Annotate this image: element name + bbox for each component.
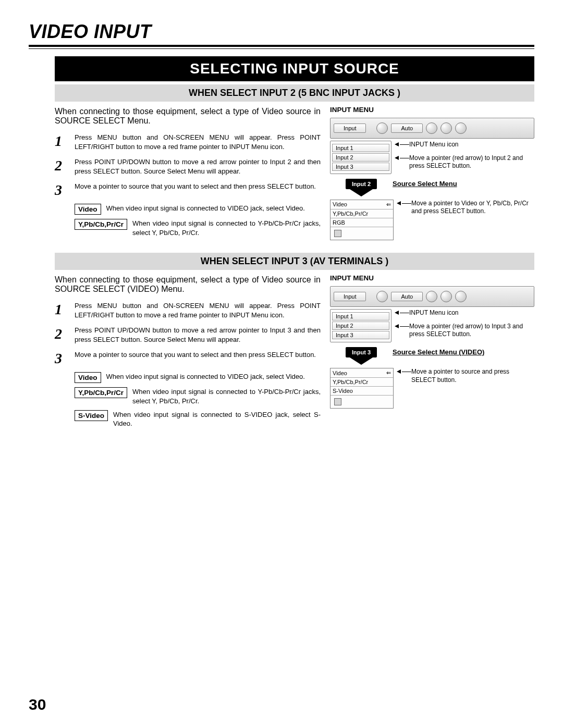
- input-menu-heading: INPUT MENU: [330, 106, 534, 114]
- rule-thick: [29, 45, 534, 47]
- pointer-icon: ⇐: [386, 201, 391, 208]
- option-text: When video input signal is connected to …: [132, 387, 321, 405]
- source-select-heading: Source Select Menu (VIDEO): [393, 348, 534, 356]
- menubar-auto-button: Auto: [391, 292, 423, 301]
- arrow-down-icon: Input 3: [346, 347, 377, 365]
- source-item: S-Video: [333, 388, 353, 394]
- pointer-icon: ⇐: [386, 369, 391, 376]
- step-number: 2: [55, 157, 75, 173]
- annotation-text: Move a pointer to Video or Y, Pb/Cb, Pr/…: [411, 200, 534, 216]
- close-icon: [334, 230, 341, 237]
- step-number: 2: [55, 326, 75, 341]
- intro-text: When connecting to those equipment, sele…: [55, 107, 321, 126]
- menubar-icon: [426, 291, 437, 302]
- source-select-menu: Video⇐ Y,Pb/Cb,Pr/Cr S-Video: [330, 368, 394, 409]
- step-number: 1: [55, 133, 75, 149]
- option-label-ypbcb: Y,Pb/Cb,Pr/Cr: [75, 387, 127, 398]
- dropdown-item: Input 2: [332, 322, 389, 330]
- input-dropdown: Input 1 Input 2 Input 3: [330, 141, 391, 174]
- page-number: 30: [29, 696, 46, 713]
- option-text: When video input signal is connected to …: [132, 219, 321, 237]
- menubar-icon: [426, 122, 437, 134]
- source-item: Video: [333, 201, 347, 207]
- source-select-heading: Source Select Menu: [393, 180, 534, 188]
- input-dropdown: Input 1 Input 2 Input 3: [330, 309, 391, 342]
- menubar-auto-button: Auto: [391, 124, 423, 133]
- subhead-input2: WHEN SELECT INPUT 2 (5 BNC INPUT JACKS ): [55, 84, 534, 102]
- arrow-left-icon: [395, 324, 399, 328]
- step-text: Press POINT UP/DOWN button to move a red…: [75, 157, 321, 176]
- chapter-title: VIDEO INPUT: [29, 21, 534, 43]
- option-label-ypbcb: Y,Pb/Cb,Pr/Cr: [75, 219, 127, 230]
- arrow-label: Input 3: [346, 347, 377, 357]
- source-item: RGB: [333, 219, 345, 226]
- step-text: Move a pointer to source that you want t…: [75, 350, 321, 360]
- menubar-icon: [440, 122, 452, 134]
- intro-text: When connecting to those equipment, sele…: [55, 275, 321, 294]
- annotation-text: INPUT Menu icon: [409, 141, 534, 149]
- step-number: 1: [55, 301, 75, 317]
- arrow-left-icon: [397, 201, 401, 205]
- step-text: Move a pointer to source that you want t…: [75, 182, 321, 191]
- annotation-text: Move a pointer (red arrow) to Input 3 an…: [409, 323, 534, 339]
- step-text: Press POINT UP/DOWN button to move a red…: [75, 326, 321, 344]
- option-text: When video input signal is connected to …: [106, 372, 321, 381]
- step-text: Press MENU button and ON-SCREEN MENU wil…: [75, 301, 321, 319]
- option-label-video: Video: [75, 372, 101, 383]
- menubar-icon: [440, 291, 452, 302]
- step-number: 3: [55, 350, 75, 366]
- annotation-text: INPUT Menu icon: [409, 309, 534, 317]
- close-icon: [334, 398, 341, 405]
- input-menu-heading: INPUT MENU: [330, 274, 534, 282]
- arrow-left-icon: [397, 369, 401, 374]
- arrow-label: Input 2: [346, 179, 377, 189]
- dropdown-item: Input 2: [332, 153, 389, 162]
- annotation-text: Move a pointer to source and press SELEC…: [411, 368, 534, 384]
- dropdown-item: Input 1: [332, 312, 389, 320]
- source-item: Y,Pb/Cb,Pr/Cr: [333, 379, 368, 385]
- option-text: When video input signal is connected to …: [106, 204, 321, 213]
- section-banner: SELECTING INPUT SOURCE: [55, 56, 534, 81]
- source-item: Video: [333, 370, 347, 376]
- menubar-icon: [455, 122, 467, 134]
- option-label-svideo: S-Video: [75, 410, 108, 421]
- menu-bar: Input Auto: [330, 118, 534, 139]
- dropdown-item: Input 3: [332, 331, 389, 339]
- annotation-text: Move a pointer (red arrow) to Input 2 an…: [409, 154, 534, 170]
- step-text: Press MENU button and ON-SCREEN MENU wil…: [75, 133, 321, 151]
- dropdown-item: Input 1: [332, 144, 389, 152]
- option-label-video: Video: [75, 204, 101, 215]
- source-item: Y,Pb/Cb,Pr/Cr: [333, 211, 368, 217]
- source-select-menu: Video⇐ Y,Pb/Cb,Pr/Cr RGB: [330, 200, 394, 240]
- menubar-input-button: Input: [334, 292, 366, 301]
- arrow-left-icon: [395, 142, 399, 146]
- arrow-left-icon: [395, 311, 399, 315]
- option-text: When video input signal is connected to …: [113, 410, 321, 428]
- menubar-icon: [376, 291, 388, 302]
- step-number: 3: [55, 182, 75, 198]
- subhead-input3: WHEN SELECT INPUT 3 (AV TERMINALS ): [55, 253, 534, 270]
- menu-bar: Input Auto: [330, 286, 534, 307]
- menubar-icon: [376, 122, 388, 134]
- arrow-left-icon: [395, 156, 399, 160]
- menubar-input-button: Input: [334, 124, 366, 133]
- rule-thin: [29, 48, 534, 49]
- dropdown-item: Input 3: [332, 163, 389, 171]
- menubar-icon: [455, 291, 467, 302]
- arrow-down-icon: Input 2: [346, 179, 377, 196]
